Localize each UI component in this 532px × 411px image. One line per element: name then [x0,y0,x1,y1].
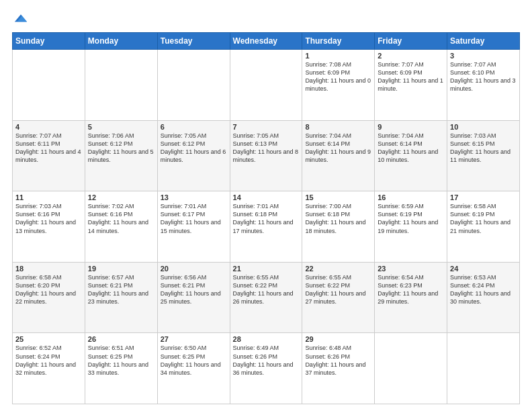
calendar-cell: 18Sunrise: 6:58 AM Sunset: 6:20 PM Dayli… [13,262,85,333]
weekday-header-tuesday: Tuesday [157,33,230,50]
calendar-cell: 25Sunrise: 6:52 AM Sunset: 6:24 PM Dayli… [13,333,85,404]
calendar-cell [230,50,302,121]
day-number: 6 [161,123,227,131]
day-number: 22 [305,265,371,273]
calendar-cell [375,333,447,404]
top-section [12,11,520,26]
day-info: Sunrise: 6:49 AM Sunset: 6:26 PM Dayligh… [233,344,300,377]
day-number: 28 [233,335,300,343]
calendar-table: SundayMondayTuesdayWednesdayThursdayFrid… [12,32,520,404]
calendar-week-row: 25Sunrise: 6:52 AM Sunset: 6:24 PM Dayli… [13,333,520,404]
day-info: Sunrise: 6:53 AM Sunset: 6:24 PM Dayligh… [450,273,517,306]
calendar-cell: 17Sunrise: 6:58 AM Sunset: 6:19 PM Dayli… [447,191,520,263]
day-number: 29 [305,335,371,343]
day-number: 15 [305,193,371,201]
day-info: Sunrise: 6:59 AM Sunset: 6:19 PM Dayligh… [378,202,444,235]
day-number: 4 [15,123,82,131]
calendar-cell: 28Sunrise: 6:49 AM Sunset: 6:26 PM Dayli… [230,333,302,404]
day-number: 12 [88,193,154,201]
calendar-cell: 3Sunrise: 7:07 AM Sunset: 6:10 PM Daylig… [447,50,520,121]
weekday-header-wednesday: Wednesday [230,33,302,50]
day-number: 1 [305,52,371,60]
weekday-header-saturday: Saturday [447,33,520,50]
day-info: Sunrise: 7:08 AM Sunset: 6:09 PM Dayligh… [305,60,371,93]
calendar-cell: 13Sunrise: 7:01 AM Sunset: 6:17 PM Dayli… [157,191,230,263]
calendar-cell: 7Sunrise: 7:05 AM Sunset: 6:13 PM Daylig… [230,120,302,191]
calendar-cell: 20Sunrise: 6:56 AM Sunset: 6:21 PM Dayli… [157,262,230,333]
calendar-cell: 24Sunrise: 6:53 AM Sunset: 6:24 PM Dayli… [447,262,520,333]
day-info: Sunrise: 6:48 AM Sunset: 6:26 PM Dayligh… [305,344,371,377]
day-info: Sunrise: 6:55 AM Sunset: 6:22 PM Dayligh… [233,273,300,306]
day-number: 23 [378,265,444,273]
day-info: Sunrise: 7:04 AM Sunset: 6:14 PM Dayligh… [378,132,444,165]
day-info: Sunrise: 7:06 AM Sunset: 6:12 PM Dayligh… [88,132,154,165]
day-info: Sunrise: 7:01 AM Sunset: 6:17 PM Dayligh… [161,202,227,235]
day-number: 9 [378,123,444,131]
calendar-header-row: SundayMondayTuesdayWednesdayThursdayFrid… [13,33,520,50]
calendar-cell: 26Sunrise: 6:51 AM Sunset: 6:25 PM Dayli… [85,333,157,404]
calendar-cell [13,50,85,121]
day-number: 13 [161,193,227,201]
day-info: Sunrise: 6:52 AM Sunset: 6:24 PM Dayligh… [15,344,82,377]
calendar-cell: 10Sunrise: 7:03 AM Sunset: 6:15 PM Dayli… [447,120,520,191]
calendar-week-row: 1Sunrise: 7:08 AM Sunset: 6:09 PM Daylig… [13,50,520,121]
day-number: 27 [161,335,227,343]
day-info: Sunrise: 7:07 AM Sunset: 6:11 PM Dayligh… [15,132,82,165]
day-number: 3 [450,52,517,60]
day-number: 18 [15,265,82,273]
weekday-header-friday: Friday [375,33,447,50]
calendar-cell [447,333,520,404]
calendar-cell: 22Sunrise: 6:55 AM Sunset: 6:22 PM Dayli… [302,262,375,333]
day-number: 2 [378,52,444,60]
weekday-header-sunday: Sunday [13,33,85,50]
calendar-cell: 6Sunrise: 7:05 AM Sunset: 6:12 PM Daylig… [157,120,230,191]
day-info: Sunrise: 7:05 AM Sunset: 6:13 PM Dayligh… [233,132,300,165]
calendar-cell: 27Sunrise: 6:50 AM Sunset: 6:25 PM Dayli… [157,333,230,404]
day-number: 10 [450,123,517,131]
day-number: 25 [15,335,82,343]
day-info: Sunrise: 7:02 AM Sunset: 6:16 PM Dayligh… [88,202,154,235]
day-number: 7 [233,123,300,131]
day-number: 26 [88,335,154,343]
calendar-cell: 5Sunrise: 7:06 AM Sunset: 6:12 PM Daylig… [85,120,157,191]
day-number: 19 [88,265,154,273]
weekday-header-monday: Monday [85,33,157,50]
calendar-cell [85,50,157,121]
calendar-cell: 9Sunrise: 7:04 AM Sunset: 6:14 PM Daylig… [375,120,447,191]
day-number: 24 [450,265,517,273]
calendar-week-row: 11Sunrise: 7:03 AM Sunset: 6:16 PM Dayli… [13,191,520,263]
day-number: 11 [15,193,82,201]
day-number: 8 [305,123,371,131]
day-info: Sunrise: 7:05 AM Sunset: 6:12 PM Dayligh… [161,132,227,165]
page: SundayMondayTuesdayWednesdayThursdayFrid… [0,0,532,411]
day-number: 17 [450,193,517,201]
day-info: Sunrise: 6:58 AM Sunset: 6:20 PM Dayligh… [15,273,82,306]
calendar-cell: 23Sunrise: 6:54 AM Sunset: 6:23 PM Dayli… [375,262,447,333]
day-info: Sunrise: 6:58 AM Sunset: 6:19 PM Dayligh… [450,202,517,235]
calendar-cell: 21Sunrise: 6:55 AM Sunset: 6:22 PM Dayli… [230,262,302,333]
day-info: Sunrise: 7:00 AM Sunset: 6:18 PM Dayligh… [305,202,371,235]
day-info: Sunrise: 6:50 AM Sunset: 6:25 PM Dayligh… [161,344,227,377]
calendar-cell: 16Sunrise: 6:59 AM Sunset: 6:19 PM Dayli… [375,191,447,263]
day-info: Sunrise: 7:04 AM Sunset: 6:14 PM Dayligh… [305,132,371,165]
day-number: 16 [378,193,444,201]
calendar-cell: 4Sunrise: 7:07 AM Sunset: 6:11 PM Daylig… [13,120,85,191]
day-number: 5 [88,123,154,131]
calendar-week-row: 4Sunrise: 7:07 AM Sunset: 6:11 PM Daylig… [13,120,520,191]
day-number: 21 [233,265,300,273]
logo-icon [13,11,28,26]
calendar-cell: 29Sunrise: 6:48 AM Sunset: 6:26 PM Dayli… [302,333,375,404]
day-number: 20 [161,265,227,273]
calendar-cell: 14Sunrise: 7:01 AM Sunset: 6:18 PM Dayli… [230,191,302,263]
calendar-cell: 11Sunrise: 7:03 AM Sunset: 6:16 PM Dayli… [13,191,85,263]
calendar-week-row: 18Sunrise: 6:58 AM Sunset: 6:20 PM Dayli… [13,262,520,333]
day-info: Sunrise: 6:56 AM Sunset: 6:21 PM Dayligh… [161,273,227,306]
calendar-cell: 2Sunrise: 7:07 AM Sunset: 6:09 PM Daylig… [375,50,447,121]
day-info: Sunrise: 7:03 AM Sunset: 6:16 PM Dayligh… [15,202,82,235]
day-info: Sunrise: 7:07 AM Sunset: 6:10 PM Dayligh… [450,60,517,93]
day-info: Sunrise: 6:54 AM Sunset: 6:23 PM Dayligh… [378,273,444,306]
day-info: Sunrise: 7:07 AM Sunset: 6:09 PM Dayligh… [378,60,444,93]
day-info: Sunrise: 6:55 AM Sunset: 6:22 PM Dayligh… [305,273,371,306]
calendar-cell: 8Sunrise: 7:04 AM Sunset: 6:14 PM Daylig… [302,120,375,191]
weekday-header-thursday: Thursday [302,33,375,50]
